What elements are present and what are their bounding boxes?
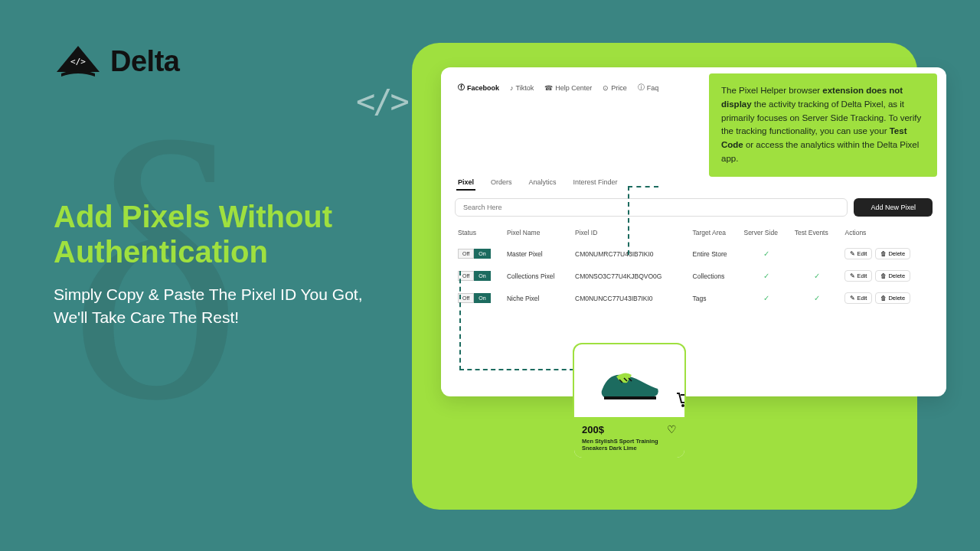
cell-target: Tags [690,287,741,309]
pencil-icon: ✎ [850,272,855,279]
cell-id: CM0NSO3C77U4KJBQVO0G [572,265,690,287]
brand-name: Delta [110,45,179,78]
headset-icon: ☎ [544,84,553,92]
nav-help[interactable]: ☎Help Center [544,83,592,93]
edit-button[interactable]: ✎ Edit [844,248,872,259]
edit-button[interactable]: ✎ Edit [844,292,872,304]
product-card: + 200$ ♡ Men StylishS Sport Training Sne… [573,343,686,459]
product-image: + [574,344,684,417]
col-test: Test Events [792,223,842,243]
col-target: Target Area [690,223,741,243]
cell-test [792,243,842,265]
tiktok-icon: ♪ [510,84,514,92]
cell-test: ✓ [792,287,842,309]
col-actions: Actions [841,223,933,243]
search-row: Add New Pixel [455,198,933,217]
sneaker-icon [595,358,664,404]
trash-icon: 🗑 [880,250,887,257]
col-server: Server Side [740,223,791,243]
status-toggle[interactable]: OffOn [458,249,491,259]
col-name: Pixel Name [504,223,572,243]
svg-point-3 [681,404,684,407]
cell-id: CM0NUNCC77U43IB7IKI0 [572,287,690,309]
table-row: OffOnMaster PixelCM0NUMRC77U43IB7IKI0Ent… [455,243,933,265]
code-bracket-icon: </> [356,83,407,120]
tab-pixel[interactable]: Pixel [456,175,475,191]
delete-button[interactable]: 🗑 Delete [875,292,910,304]
add-new-pixel-button[interactable]: Add New Pixel [854,198,933,217]
product-desc: Men StylishS Sport Training Sneakers Dar… [582,438,677,452]
info-callout: The Pixel Helper browser extension does … [709,73,937,177]
cell-name: Master Pixel [504,243,572,265]
pencil-icon: ✎ [850,250,855,257]
col-status: Status [455,223,504,243]
tab-interest[interactable]: Interest Finder [572,175,619,191]
tag-icon: ⊙ [603,84,609,92]
nav-facebook[interactable]: ⓕFacebook [458,83,499,93]
nav-price[interactable]: ⊙Price [603,83,627,93]
nav-tiktok[interactable]: ♪Tiktok [510,83,534,93]
cell-server: ✓ [740,243,791,265]
tab-orders[interactable]: Orders [489,175,514,191]
cell-server: ✓ [740,287,791,309]
connector-line-1 [628,186,658,255]
hero-title: Add Pixels Without Authentication [54,199,390,269]
edit-button[interactable]: ✎ Edit [844,270,872,282]
heart-icon[interactable]: ♡ [667,423,677,435]
facebook-icon: ⓕ [458,83,465,93]
cell-target: Collections [690,265,741,287]
cell-test: ✓ [792,265,842,287]
pencil-icon: ✎ [850,295,855,302]
add-to-cart-icon[interactable]: + [674,386,686,409]
connector-line-2 [459,271,574,370]
sub-tabs: Pixel Orders Analytics Interest Finder [456,175,931,191]
svg-text:</>: </> [70,57,86,67]
product-meta: 200$ ♡ Men StylishS Sport Training Sneak… [574,417,684,458]
cell-server: ✓ [740,265,791,287]
brand-logo: </> Delta [54,44,179,78]
hero-section: Add Pixels Without Authentication Simply… [54,199,390,330]
delete-button[interactable]: 🗑 Delete [875,248,910,259]
trash-icon: 🗑 [880,272,887,279]
info-icon: ⓘ [638,83,645,93]
logo-mark-icon: </> [54,44,103,78]
tab-analytics[interactable]: Analytics [528,175,558,191]
delete-button[interactable]: 🗑 Delete [875,270,910,282]
nav-faq[interactable]: ⓘFaq [638,83,659,93]
cell-target: Entire Store [690,243,741,265]
trash-icon: 🗑 [880,295,887,302]
hero-subtitle: Simply Copy & Paste The Pixel ID You Got… [54,283,390,330]
product-price: 200$ [582,424,604,435]
